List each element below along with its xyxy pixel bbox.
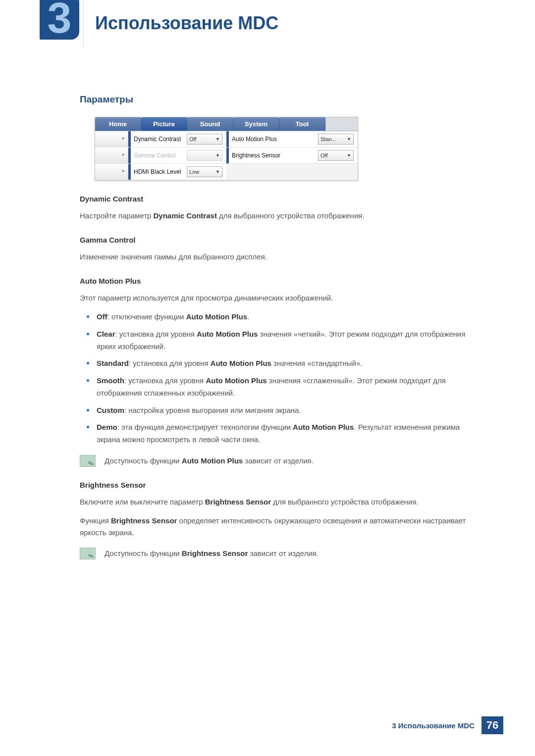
list-item-bold: Auto Motion Plus [186, 312, 247, 321]
option-row: Brightness SensorOff▼ [226, 148, 358, 164]
chapter-badge: 3 [40, 0, 79, 48]
option-select[interactable]: Off▼ [187, 134, 222, 145]
auto-motion-plus-list: Off: отключение функции Auto Motion Plus… [80, 311, 476, 446]
option-label: HDMI Black Level [134, 168, 187, 175]
note-text: Доступность функции Auto Motion Plus зав… [105, 455, 314, 467]
chapter-title: Использование MDC [95, 13, 278, 34]
heading-dynamic-contrast: Dynamic Contrast [80, 195, 476, 203]
list-item-bold: Auto Motion Plus [197, 330, 258, 338]
text-bold: Brightness Sensor [182, 549, 248, 557]
list-item-bold: Auto Motion Plus [211, 359, 271, 367]
text-dynamic-contrast: Настройте параметр Dynamic Contrast для … [80, 210, 476, 222]
text-fragment: : установка для уровня [129, 359, 211, 367]
option-label: Auto Motion Plus [232, 136, 318, 143]
row-expand-handle[interactable] [95, 164, 128, 180]
text-fragment: . [247, 312, 249, 321]
option-select[interactable]: Stan...▼ [318, 134, 354, 145]
section-heading: Параметры [80, 94, 476, 105]
text-fragment: : настройка уровня выгорания или мигания… [124, 406, 301, 414]
option-label: Brightness Sensor [232, 152, 318, 159]
row-accent-bar [226, 148, 229, 163]
text-fragment: : установка для уровня [124, 376, 206, 385]
text-gamma-control: Изменение значения гаммы для выбранного … [80, 251, 476, 263]
text-bold: Dynamic Contrast [154, 211, 217, 220]
list-item-bold: Auto Motion Plus [293, 423, 354, 431]
text-brightness-sensor-p2: Функция Brightness Sensor определяет инт… [80, 515, 476, 539]
page: 3 Использование MDC Параметры Home Pictu… [0, 0, 535, 756]
list-item: Demo: эта функция демонстрирует технолог… [80, 421, 476, 446]
text-fragment: Настройте параметр [80, 211, 154, 220]
option-row: Gamma Control▼ [95, 148, 226, 164]
text-fragment: зависит от изделия. [248, 549, 319, 557]
chevron-down-icon: ▼ [347, 153, 351, 158]
select-value: Stan... [321, 136, 336, 142]
text-fragment: Включите или выключите параметр [80, 498, 205, 506]
list-item: Clear: установка для уровня Auto Motion … [80, 328, 476, 353]
list-item: Standard: установка для уровня Auto Moti… [80, 357, 476, 370]
screenshot-tabs: Home Picture Sound System Tool [95, 117, 358, 131]
list-item: Smooth: установка для уровня Auto Motion… [80, 375, 476, 400]
select-value: Off [321, 152, 327, 158]
text-fragment: значения «стандартный». [271, 359, 363, 367]
text-bold: Auto Motion Plus [182, 456, 243, 465]
list-item-bold: Custom [97, 406, 124, 414]
text-fragment: Доступность функции [105, 456, 182, 465]
list-item-bold: Clear [97, 330, 115, 338]
text-fragment: : отключение функции [107, 312, 186, 321]
select-value: Low [189, 169, 199, 175]
list-item-bold: Auto Motion Plus [206, 376, 267, 385]
row-accent-bar [128, 148, 131, 163]
select-value: Off [189, 136, 196, 142]
mdc-options-screenshot: Home Picture Sound System Tool Dynamic C… [95, 117, 358, 181]
option-select[interactable]: Off▼ [318, 150, 354, 161]
option-row: Auto Motion PlusStan...▼ [226, 131, 358, 148]
row-expand-handle[interactable] [95, 148, 128, 163]
chevron-down-icon: ▼ [215, 169, 220, 174]
content: Параметры Home Picture Sound System Tool… [80, 94, 476, 559]
heading-gamma-control: Gamma Control [80, 236, 476, 244]
row-expand-handle[interactable] [95, 132, 128, 147]
chevron-down-icon: ▼ [215, 153, 220, 158]
option-row: HDMI Black LevelLow▼ [95, 164, 226, 180]
text-fragment: Функция [80, 516, 111, 525]
text-bold: Brightness Sensor [205, 498, 271, 506]
chevron-down-icon: ▼ [215, 137, 220, 142]
heading-brightness-sensor: Brightness Sensor [80, 481, 476, 489]
tab-system[interactable]: System [233, 117, 279, 131]
option-label: Gamma Control [134, 152, 187, 159]
page-footer: 3 Использование MDC 76 [392, 716, 503, 734]
screenshot-left-column: Dynamic ContrastOff▼Gamma Control▼HDMI B… [95, 131, 226, 180]
text-fragment: Доступность функции [105, 549, 182, 557]
tab-home[interactable]: Home [95, 117, 141, 131]
text-fragment: для выбранного устройства отображения. [217, 211, 365, 220]
text-fragment: : эта функция демонстрирует технологии ф… [117, 423, 293, 431]
note-brightness-sensor: Доступность функции Brightness Sensor за… [80, 548, 476, 559]
note-icon [80, 455, 96, 467]
text-fragment: : установка для уровня [115, 330, 197, 338]
text-fragment: зависит от изделия. [243, 456, 314, 465]
text-brightness-sensor-p1: Включите или выключите параметр Brightne… [80, 496, 476, 508]
heading-auto-motion-plus: Auto Motion Plus [80, 277, 476, 285]
list-item-bold: Demo [97, 423, 117, 431]
tab-sound[interactable]: Sound [187, 117, 233, 131]
note-text: Доступность функции Brightness Sensor за… [105, 548, 319, 559]
chapter-number: 3 [40, 0, 79, 40]
list-item-bold: Smooth [97, 376, 124, 385]
row-accent-bar [226, 131, 229, 147]
tab-tool[interactable]: Tool [279, 117, 325, 131]
row-accent-bar [128, 164, 131, 180]
screenshot-body: Dynamic ContrastOff▼Gamma Control▼HDMI B… [95, 131, 358, 180]
footer-label: 3 Использование MDC [392, 721, 475, 730]
list-item-bold: Standard [97, 359, 129, 367]
note-icon [80, 548, 96, 559]
screenshot-right-column: Auto Motion PlusStan...▼Brightness Senso… [226, 131, 358, 180]
tab-picture[interactable]: Picture [141, 117, 187, 131]
option-select[interactable]: Low▼ [187, 166, 222, 177]
list-item-bold: Off [97, 312, 107, 321]
list-item: Custom: настройка уровня выгорания или м… [80, 404, 476, 417]
note-auto-motion-plus: Доступность функции Auto Motion Plus зав… [80, 455, 476, 467]
header-divider [83, 0, 84, 48]
text-bold: Brightness Sensor [111, 516, 177, 525]
empty-row [226, 164, 358, 180]
list-item: Off: отключение функции Auto Motion Plus… [80, 311, 476, 323]
